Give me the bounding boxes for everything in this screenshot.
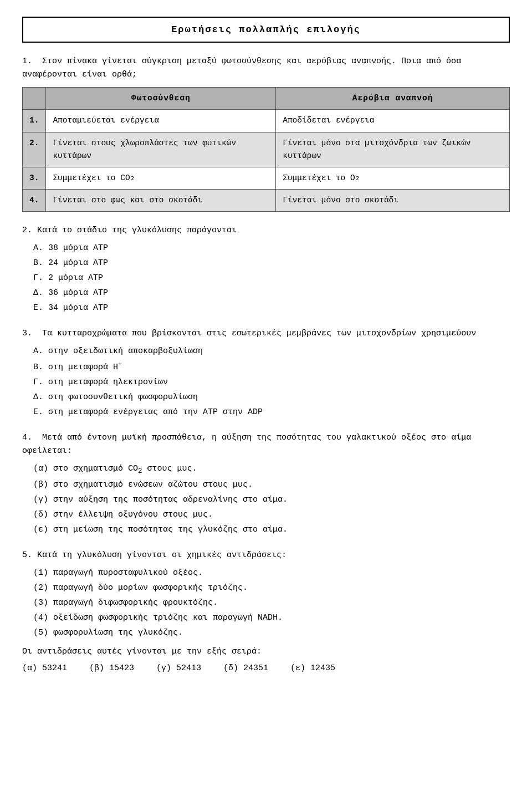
list-item: Γ. στη μεταφορά ηλεκτρονίων (33, 376, 510, 389)
list-item: (γ) στην αύξηση της ποσότητας αδρεναλίνη… (33, 493, 510, 507)
list-item: Γ. 2 μόρια ΑΤΡ (33, 272, 510, 285)
list-item: (1) παραγωγή πυροσταφυλικού οξέος. (33, 567, 510, 580)
q2-options: Α. 38 μόρια ΑΤΡΒ. 24 μόρια ΑΤΡΓ. 2 μόρια… (33, 242, 510, 315)
q1-text: 1. Στον πίνακα γίνεται σύγκριση μεταξύ φ… (22, 55, 510, 81)
list-item: (ε) 12435 (290, 662, 335, 675)
table-cell-respiration: Αποδίδεται ενέργεια (276, 110, 510, 132)
q5-followup: Οι αντιδράσεις αυτές γίνονται με την εξή… (22, 645, 510, 659)
q3-text: 3. Τα κυτταροχρώματα που βρίσκονται στις… (22, 327, 510, 340)
q4-text: 4. Μετά από έντονη μυϊκή προσπάθεια, η α… (22, 431, 510, 458)
list-item: Β. 24 μόρια ΑΤΡ (33, 257, 510, 270)
q4-options: (α) στο σχηματισμό CO2 στους μυς.(β) στο… (33, 462, 510, 537)
list-item: (3) παραγωγή διφωσφορικής φρουκτόζης. (33, 596, 510, 610)
table-row-num: 2. (23, 132, 46, 167)
table-cell-photosynthesis: Αποταμιεύεται ενέργεια (46, 110, 276, 132)
q5-answers: (α) 53241(β) 15423(γ) 52413(δ) 24351(ε) … (22, 662, 510, 675)
q5-reactions: (1) παραγωγή πυροσταφυλικού οξέος.(2) πα… (33, 567, 510, 640)
table-cell-photosynthesis: Γίνεται στους χλωροπλάστες των φυτικών κ… (46, 132, 276, 167)
list-item: Α. 38 μόρια ΑΤΡ (33, 242, 510, 255)
list-item: Ε. στη μεταφορά ενέργειας από την ΑΤΡ στ… (33, 406, 510, 419)
question-5: 5. Κατά τη γλυκόλυση γίνονται οι χημικές… (22, 549, 510, 675)
table-header-num (23, 88, 46, 110)
table-row-num: 3. (23, 167, 46, 189)
page-title: Ερωτήσεις πολλαπλής επιλογής (22, 17, 510, 43)
question-2: 2. Κατά το στάδιο της γλυκόλυσης παράγον… (22, 224, 510, 315)
question-1: 1. Στον πίνακα γίνεται σύγκριση μεταξύ φ… (22, 55, 510, 212)
comparison-table: Φωτοσύνθεση Αερόβια αναπνοή 1.Αποταμιεύε… (22, 87, 510, 212)
list-item: (4) οξείδωση φωσφορικής τριόζης και παρα… (33, 611, 510, 625)
q5-intro: 5. Κατά τη γλυκόλυση γίνονται οι χημικές… (22, 549, 510, 562)
list-item: (β) 15423 (89, 662, 134, 675)
table-header-respiration: Αερόβια αναπνοή (276, 88, 510, 110)
table-cell-photosynthesis: Συμμετέχει το CO₂ (46, 167, 276, 189)
list-item: (ε) στη μείωση της ποσότητας της γλυκόζη… (33, 523, 510, 537)
list-item: (γ) 52413 (156, 662, 201, 675)
list-item: Α. στην οξειδωτική αποκαρβοξυλίωση (33, 345, 510, 358)
list-item: (δ) στην έλλειψη οξυγόνου στους μυς. (33, 508, 510, 522)
list-item: (2) παραγωγή δύο μορίων φωσφορικής τριόζ… (33, 581, 510, 595)
list-item: Δ. στη φωτοσυνθετική φωσφορυλίωση (33, 391, 510, 404)
table-header-photosynthesis: Φωτοσύνθεση (46, 88, 276, 110)
q2-text: 2. Κατά το στάδιο της γλυκόλυσης παράγον… (22, 224, 510, 237)
list-item: (α) στο σχηματισμό CO2 στους μυς. (33, 462, 510, 477)
table-row-num: 4. (23, 190, 46, 212)
list-item: (δ) 24351 (223, 662, 268, 675)
table-cell-respiration: Γίνεται μόνο στο σκοτάδι (276, 190, 510, 212)
list-item: (β) στο σχηματισμό ενώσεων αζώτου στους … (33, 478, 510, 492)
list-item: Ε. 34 μόρια ΑΤΡ (33, 302, 510, 315)
table-row-num: 1. (23, 110, 46, 132)
table-cell-respiration: Συμμετέχει το O₂ (276, 167, 510, 189)
list-item: (α) 53241 (22, 662, 67, 675)
table-cell-respiration: Γίνεται μόνο στα μιτοχόνδρια των ζωικών … (276, 132, 510, 167)
question-4: 4. Μετά από έντονη μυϊκή προσπάθεια, η α… (22, 431, 510, 537)
q3-options: Α. στην οξειδωτική αποκαρβοξυλίωσηΒ. στη… (33, 345, 510, 419)
list-item: Β. στη μεταφορά Η+ (33, 360, 510, 374)
list-item: (5) φωσφορυλίωση της γλυκόζης. (33, 626, 510, 640)
question-3: 3. Τα κυτταροχρώματα που βρίσκονται στις… (22, 327, 510, 419)
list-item: Δ. 36 μόρια ΑΤΡ (33, 287, 510, 300)
table-cell-photosynthesis: Γίνεται στο φως και στο σκοτάδι (46, 190, 276, 212)
